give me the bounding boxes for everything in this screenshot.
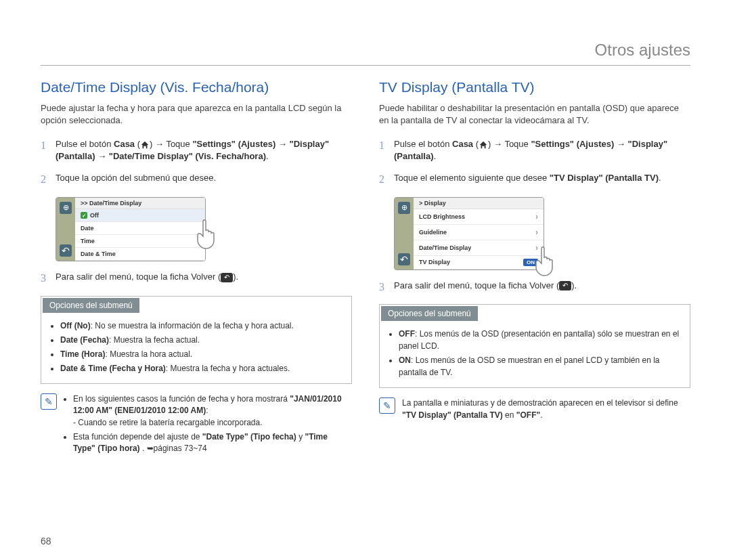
subopt-item: Off (No): No se muestra la información d…: [60, 320, 342, 332]
lcd-header: > Display: [414, 198, 544, 209]
bold: "Date/Time Display" (Vis. Fecha/hora): [109, 151, 266, 161]
note-item: En los siguientes casos la función de fe…: [73, 393, 352, 429]
chevron-right-icon: ›: [535, 228, 538, 237]
lcd-row: Date & Time: [75, 248, 205, 261]
return-icon: ↶: [559, 281, 571, 290]
lcd-main: > Display LCD Brightness› Guideline› Dat…: [414, 198, 544, 270]
touch-hand-icon: [528, 243, 562, 277]
globe-icon: ⊕: [60, 202, 72, 214]
two-column-layout: Date/Time Display (Vis. Fecha/hora) Pued…: [41, 79, 690, 458]
steps-list-right: 1 Pulse el botón Casa () → Toque "Settin…: [379, 138, 690, 188]
return-icon: ↶: [221, 273, 233, 282]
text: .: [434, 151, 437, 161]
text: Pulse el botón: [394, 139, 452, 149]
note-body: En los siguientes casos la función de fe…: [64, 393, 352, 458]
step-number: 2: [379, 172, 394, 187]
bold: "OFF": [516, 410, 540, 420]
submenu-options-header: Opciones del submenú: [43, 298, 139, 313]
note-icon: ✎: [41, 393, 57, 410]
step-number: 2: [41, 172, 56, 187]
note-item: Esta función depende del ajuste de "Date…: [73, 431, 352, 455]
lcd-row: Time: [75, 235, 205, 248]
bold: Date & Time (Fecha y Hora): [60, 364, 166, 373]
lcd-row: TV DisplayON: [414, 256, 544, 270]
note-body: La pantalla e miniaturas y de demostraci…: [402, 397, 690, 421]
text: Para salir del menú, toque la ficha Volv…: [394, 280, 559, 290]
text: →: [617, 139, 628, 149]
casa-bold: Casa: [114, 139, 135, 149]
lcd-frame: ⊕ ↶ > Display LCD Brightness› Guideline›…: [394, 197, 544, 270]
step-text: Toque la opción del submenú que desee.: [56, 172, 352, 187]
bold: "TV Display" (Pantalla TV): [550, 173, 659, 183]
text: →: [278, 139, 290, 149]
text: : No se muestra la información de la fec…: [91, 321, 294, 330]
note-box: ✎ La pantalla e miniaturas y de demostra…: [379, 397, 690, 421]
manual-page: Otros ajustes Date/Time Display (Vis. Fe…: [0, 0, 731, 560]
section-title: Otros ajustes: [41, 41, 690, 66]
touch-hand-icon: [190, 216, 223, 250]
text: → Toque: [155, 139, 192, 149]
globe-icon: ⊕: [398, 202, 410, 214]
steps-list-right-cont: 3 Para salir del menú, toque la ficha Vo…: [379, 280, 690, 295]
text: .: [266, 151, 269, 161]
text: Toque el elemento siguiente que desee: [394, 173, 550, 183]
text: :: [206, 406, 208, 415]
bold: ON: [399, 356, 411, 365]
home-icon: [140, 140, 150, 150]
text: ).: [233, 272, 238, 282]
right-column: TV Display (Pantalla TV) Puede habilitar…: [379, 79, 690, 458]
bold: Casa: [452, 139, 473, 149]
lcd-row: Guideline›: [414, 225, 544, 240]
note-icon: ✎: [379, 397, 395, 414]
intro-text-right: Puede habilitar o deshabilitar la presen…: [379, 102, 690, 126]
text: - Cuando se retire la batería recargable…: [73, 418, 263, 427]
text: Pulse el botón: [56, 139, 114, 149]
lcd-row-label: LCD Brightness: [419, 213, 465, 220]
step-1: 1 Pulse el botón Casa () → Toque "Settin…: [41, 138, 352, 163]
text: : Los menús de la OSD se muestran en el …: [399, 356, 660, 377]
text: Para salir del menú, toque la ficha Volv…: [56, 272, 221, 282]
step-text: Pulse el botón Casa () → Toque "Settings…: [56, 138, 352, 163]
bold: "Date Type" (Tipo fecha): [202, 432, 296, 441]
bold: "Settings" (Ajustes): [531, 139, 614, 149]
subopt-item: Time (Hora): Muestra la hora actual.: [60, 348, 342, 360]
lcd-sidebar: ⊕ ↶: [395, 198, 414, 270]
step-3: 3 Para salir del menú, toque la ficha Vo…: [41, 271, 352, 286]
step-text: Para salir del menú, toque la ficha Volv…: [394, 280, 690, 295]
submenu-options-body: OFF: Los menús de la OSD (presentación e…: [380, 322, 690, 387]
text: ).: [571, 280, 577, 290]
subopt-item: Date (Fecha): Muestra la fecha actual.: [60, 334, 342, 346]
step-number: 1: [379, 138, 394, 163]
step-number: 1: [41, 138, 56, 163]
step-text: Pulse el botón Casa () → Toque "Settings…: [394, 138, 690, 163]
text: : Los menús de la OSD (presentación en p…: [399, 329, 679, 351]
bold: Date (Fecha): [60, 335, 109, 345]
text: .: [540, 410, 542, 420]
chevron-right-icon: ›: [535, 212, 538, 221]
text: La pantalla e miniaturas y de demostraci…: [402, 398, 678, 408]
lcd-row-label: TV Display: [419, 259, 450, 265]
lcd-row-label: Date/Time Display: [419, 244, 471, 251]
lcd-row: Date/Time Display›: [414, 240, 544, 256]
submenu-options-box: Opciones del submenú Off (No): No se mue…: [41, 296, 352, 384]
step-2: 2 Toque el elemento siguiente que desee …: [379, 172, 690, 187]
lcd-sidebar: ⊕ ↶: [56, 198, 75, 261]
bold: OFF: [399, 329, 415, 339]
back-icon: ↶: [398, 253, 410, 265]
step-2: 2 Toque la opción del submenú que desee.: [41, 172, 352, 187]
lcd-row-label: Guideline: [419, 229, 447, 236]
text: →: [97, 151, 109, 161]
page-number: 68: [41, 536, 51, 546]
lcd-main: >> Date/Time Display ✓Off Date Time Date…: [75, 198, 205, 261]
steps-list-left-cont: 3 Para salir del menú, toque la ficha Vo…: [41, 271, 352, 286]
lcd-row: LCD Brightness›: [414, 209, 544, 225]
lcd-row: Date: [75, 222, 205, 235]
subopt-item: OFF: Los menús de la OSD (presentación e…: [399, 328, 680, 352]
text: : Muestra la hora actual.: [105, 349, 192, 359]
bold: Off (No): [60, 321, 91, 330]
lcd-frame: ⊕ ↶ >> Date/Time Display ✓Off Date Time …: [56, 197, 206, 262]
text: . ➥páginas 73~74: [142, 444, 207, 453]
lcd-row-off: ✓Off: [75, 209, 205, 223]
back-icon: ↶: [60, 244, 72, 257]
bold: Time (Hora): [60, 349, 105, 359]
